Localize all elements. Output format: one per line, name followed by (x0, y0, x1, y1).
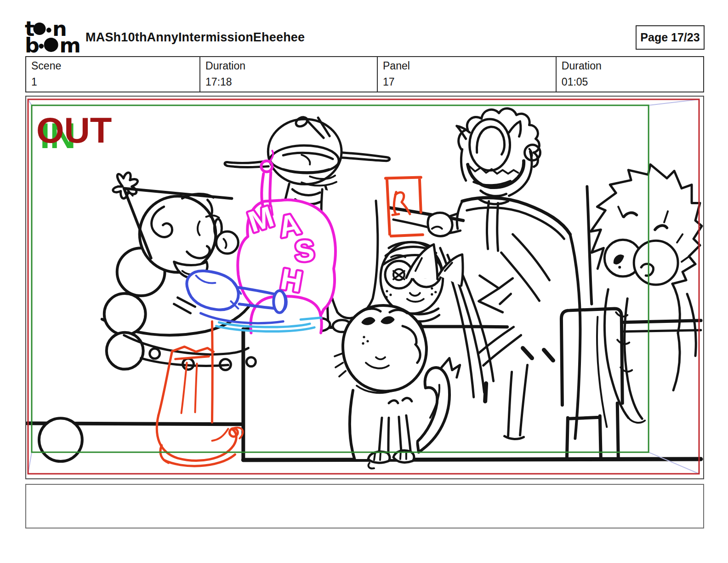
logo-dot-small-bottom (39, 44, 44, 49)
scene-duration-value: 17:18 (205, 76, 372, 88)
logo-letter-m: m (60, 34, 81, 53)
sketch-ink-layer (27, 109, 702, 469)
tween-guide-top-right (648, 99, 699, 105)
logo-dot-big-bottom (44, 38, 58, 52)
panel-duration-value: 01:05 (562, 76, 698, 88)
jester-boot (157, 322, 243, 466)
logo-dot-small-top (46, 28, 51, 33)
jester-character (39, 172, 256, 461)
card-letter-r-squiggle (392, 192, 410, 215)
scene-label: Scene (31, 60, 194, 72)
page-number-label: Page 17/23 (640, 31, 700, 44)
caption-box (25, 484, 704, 529)
storyboard-panel: M A S H (25, 96, 704, 479)
panel-number-cell: Panel 17 (377, 57, 556, 92)
storyboard-export-page: t n b m MASh10thAnnyIntermissionEheehee … (0, 0, 728, 563)
panel-number-value: 17 (383, 76, 551, 88)
tween-guide-bottom-right (648, 452, 699, 474)
project-title: MASh10thAnnyIntermissionEheehee (85, 30, 305, 45)
fluffy-character (587, 165, 702, 427)
panel-duration-label: Duration (562, 60, 698, 72)
scene-duration-cell: Duration 17:18 (199, 57, 377, 92)
panel-number-label: Panel (383, 60, 551, 72)
camera-out-label: OUT (36, 110, 112, 150)
scene-value: 1 (31, 76, 194, 88)
toonboom-logo-icon: t n b m (25, 19, 81, 53)
scene-cell: Scene 1 (26, 57, 199, 92)
logo-letter-b: b (25, 34, 40, 53)
panel-info-row: Scene 1 Duration 17:18 Panel 17 Duration… (25, 56, 704, 92)
panel-duration-cell: Duration 01:05 (556, 57, 703, 92)
storyboard-sketch-svg: M A S H (26, 97, 703, 478)
camera-labels: IN OUT (36, 110, 112, 155)
cake-letter-s: S (294, 234, 316, 268)
scene-duration-label: Duration (205, 60, 372, 72)
page-number-box: Page 17/23 (636, 25, 705, 50)
